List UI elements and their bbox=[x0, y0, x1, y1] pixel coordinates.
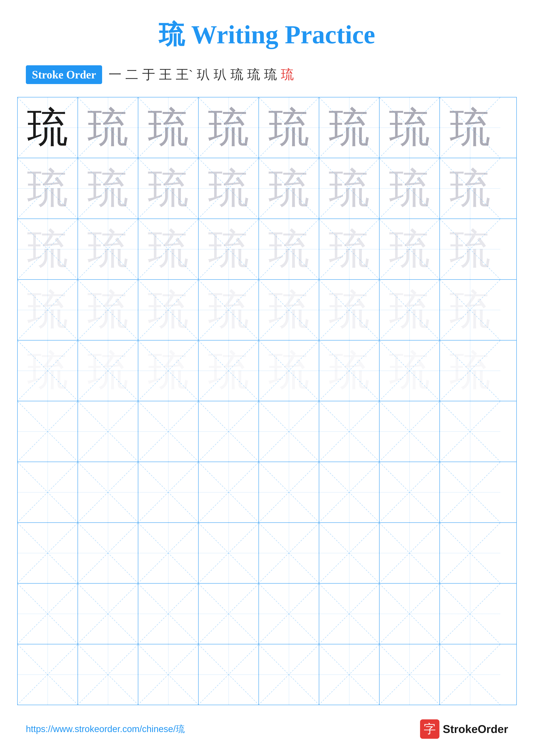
grid-cell-10-7[interactable] bbox=[380, 644, 440, 705]
grid-cell-10-1[interactable] bbox=[18, 644, 78, 705]
grid-cell-3-6[interactable]: 琉 bbox=[319, 219, 380, 279]
svg-line-152 bbox=[259, 645, 319, 705]
grid-cell-4-3[interactable]: 琉 bbox=[138, 280, 199, 340]
grid-cell-9-6[interactable] bbox=[319, 583, 380, 644]
grid-cell-8-5[interactable] bbox=[259, 523, 319, 583]
grid-cell-9-3[interactable] bbox=[138, 583, 199, 644]
grid-cell-2-8[interactable]: 琉 bbox=[440, 158, 500, 219]
char-display: 琉 bbox=[27, 168, 68, 209]
svg-line-134 bbox=[199, 584, 259, 644]
grid-cell-7-2[interactable] bbox=[78, 462, 138, 523]
grid-cell-6-8[interactable] bbox=[440, 401, 500, 462]
grid-cell-1-5[interactable]: 琉 bbox=[259, 97, 319, 158]
grid-cell-9-7[interactable] bbox=[380, 583, 440, 644]
footer-logo: 字 StrokeOrder bbox=[420, 719, 508, 739]
grid-cell-5-2[interactable]: 琉 bbox=[78, 340, 138, 401]
grid-cell-1-8[interactable]: 琉 bbox=[440, 97, 500, 158]
grid-cell-9-2[interactable] bbox=[78, 583, 138, 644]
grid-cell-8-8[interactable] bbox=[440, 523, 500, 583]
grid-cell-1-4[interactable]: 琉 bbox=[199, 97, 259, 158]
grid-cell-3-4[interactable]: 琉 bbox=[199, 219, 259, 279]
grid-cell-8-1[interactable] bbox=[18, 523, 78, 583]
grid-cell-3-8[interactable]: 琉 bbox=[440, 219, 500, 279]
grid-cell-4-1[interactable]: 琉 bbox=[18, 280, 78, 340]
grid-cell-3-7[interactable]: 琉 bbox=[380, 219, 440, 279]
svg-line-137 bbox=[259, 584, 319, 644]
grid-cell-7-3[interactable] bbox=[138, 462, 199, 523]
grid-cell-3-1[interactable]: 琉 bbox=[18, 219, 78, 279]
svg-line-83 bbox=[78, 401, 138, 461]
stroke-1: 一 bbox=[109, 66, 121, 83]
svg-line-91 bbox=[319, 401, 379, 461]
grid-cell-5-3[interactable]: 琉 bbox=[138, 340, 199, 401]
grid-cell-4-5[interactable]: 琉 bbox=[259, 280, 319, 340]
grid-cell-8-3[interactable] bbox=[138, 523, 199, 583]
grid-cell-3-5[interactable]: 琉 bbox=[259, 219, 319, 279]
grid-cell-2-1[interactable]: 琉 bbox=[18, 158, 78, 219]
grid-cell-6-4[interactable] bbox=[199, 401, 259, 462]
footer-url[interactable]: https://www.strokeorder.com/chinese/琉 bbox=[26, 723, 185, 735]
grid-cell-5-4[interactable]: 琉 bbox=[199, 340, 259, 401]
grid-cell-7-5[interactable] bbox=[259, 462, 319, 523]
grid-cell-8-7[interactable] bbox=[380, 523, 440, 583]
grid-cell-6-1[interactable] bbox=[18, 401, 78, 462]
grid-cell-5-5[interactable]: 琉 bbox=[259, 340, 319, 401]
grid-cell-10-6[interactable] bbox=[319, 644, 380, 705]
grid-cell-3-3[interactable]: 琉 bbox=[138, 219, 199, 279]
grid-cell-9-5[interactable] bbox=[259, 583, 319, 644]
grid-cell-6-7[interactable] bbox=[380, 401, 440, 462]
grid-cell-6-6[interactable] bbox=[319, 401, 380, 462]
svg-line-153 bbox=[259, 645, 319, 705]
grid-cell-7-8[interactable] bbox=[440, 462, 500, 523]
grid-cell-2-7[interactable]: 琉 bbox=[380, 158, 440, 219]
grid-cell-1-2[interactable]: 琉 bbox=[78, 97, 138, 158]
grid-cell-8-6[interactable] bbox=[319, 523, 380, 583]
grid-cell-8-2[interactable] bbox=[78, 523, 138, 583]
grid-cell-7-6[interactable] bbox=[319, 462, 380, 523]
grid-cell-10-2[interactable] bbox=[78, 644, 138, 705]
grid-cell-2-2[interactable]: 琉 bbox=[78, 158, 138, 219]
grid-cell-1-1[interactable]: 琉 bbox=[18, 97, 78, 158]
grid-cell-10-8[interactable] bbox=[440, 644, 500, 705]
grid-cell-7-1[interactable] bbox=[18, 462, 78, 523]
grid-cell-6-2[interactable] bbox=[78, 401, 138, 462]
grid-cell-2-4[interactable]: 琉 bbox=[199, 158, 259, 219]
char-display: 琉 bbox=[329, 107, 369, 148]
grid-cell-4-8[interactable]: 琉 bbox=[440, 280, 500, 340]
grid-cell-9-1[interactable] bbox=[18, 583, 78, 644]
footer-logo-icon: 字 bbox=[420, 719, 440, 739]
grid-cell-4-2[interactable]: 琉 bbox=[78, 280, 138, 340]
grid-cell-2-6[interactable]: 琉 bbox=[319, 158, 380, 219]
grid-cell-9-8[interactable] bbox=[440, 583, 500, 644]
grid-cell-8-4[interactable] bbox=[199, 523, 259, 583]
svg-line-93 bbox=[380, 401, 440, 461]
grid-cell-6-5[interactable] bbox=[259, 401, 319, 462]
grid-cell-7-7[interactable] bbox=[380, 462, 440, 523]
svg-line-84 bbox=[138, 401, 198, 461]
grid-cell-4-7[interactable]: 琉 bbox=[380, 280, 440, 340]
grid-cell-5-7[interactable]: 琉 bbox=[380, 340, 440, 401]
stroke-4: 王 bbox=[159, 66, 172, 83]
grid-cell-2-5[interactable]: 琉 bbox=[259, 158, 319, 219]
footer: https://www.strokeorder.com/chinese/琉 字 … bbox=[0, 719, 534, 739]
grid-cell-5-1[interactable]: 琉 bbox=[18, 340, 78, 401]
char-display: 琉 bbox=[389, 289, 430, 330]
grid-cell-1-3[interactable]: 琉 bbox=[138, 97, 199, 158]
grid-cell-10-4[interactable] bbox=[199, 644, 259, 705]
grid-cell-2-3[interactable]: 琉 bbox=[138, 158, 199, 219]
char-display: 琉 bbox=[268, 350, 309, 391]
grid-cell-5-8[interactable]: 琉 bbox=[440, 340, 500, 401]
grid-cell-5-6[interactable]: 琉 bbox=[319, 340, 380, 401]
grid-cell-10-3[interactable] bbox=[138, 644, 199, 705]
grid-cell-10-5[interactable] bbox=[259, 644, 319, 705]
grid-cell-1-7[interactable]: 琉 bbox=[380, 97, 440, 158]
grid-cell-1-6[interactable]: 琉 bbox=[319, 97, 380, 158]
grid-cell-7-4[interactable] bbox=[199, 462, 259, 523]
grid-cell-4-6[interactable]: 琉 bbox=[319, 280, 380, 340]
char-display: 琉 bbox=[449, 289, 491, 330]
grid-cell-6-3[interactable] bbox=[138, 401, 199, 462]
grid-cell-4-4[interactable]: 琉 bbox=[199, 280, 259, 340]
grid-cell-3-2[interactable]: 琉 bbox=[78, 219, 138, 279]
grid-cell-9-4[interactable] bbox=[199, 583, 259, 644]
char-display: 琉 bbox=[148, 168, 189, 209]
